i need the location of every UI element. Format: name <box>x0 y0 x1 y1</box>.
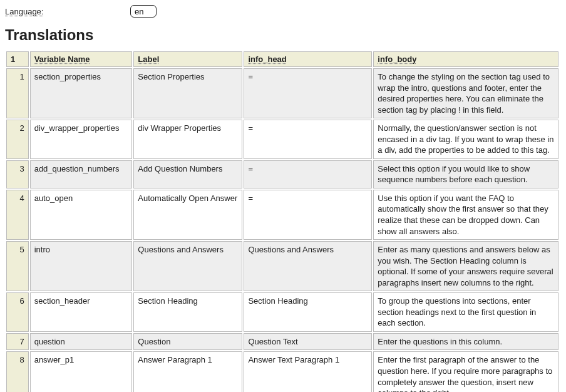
language-input[interactable] <box>130 5 157 18</box>
table-row: 4 auto_open Automatically Open Answer = … <box>6 190 558 240</box>
row-number[interactable]: 8 <box>6 351 29 392</box>
cell-info-body[interactable]: Use this option if you want the FAQ to a… <box>373 190 558 240</box>
cell-label[interactable]: Question <box>133 333 242 351</box>
cell-variable-name[interactable]: question <box>30 333 133 351</box>
row-number[interactable]: 3 <box>6 160 29 188</box>
cell-variable-name[interactable]: answer_p1 <box>30 351 133 392</box>
cell-label[interactable]: Automatically Open Answer <box>133 190 242 240</box>
cell-label[interactable]: Add Question Numbers <box>133 160 242 188</box>
col-header-info-head[interactable]: info_head <box>244 51 372 67</box>
cell-info-body[interactable]: Enter the questions in this column. <box>373 333 558 351</box>
cell-variable-name[interactable]: section_properties <box>30 68 133 118</box>
row-number[interactable]: 6 <box>6 292 29 332</box>
row-number[interactable]: 2 <box>6 120 29 159</box>
cell-info-head[interactable]: Question Text <box>244 333 372 351</box>
col-header-label[interactable]: Label <box>133 51 242 67</box>
page-title: Translations <box>5 26 561 44</box>
cell-info-body[interactable]: Select this option if you would like to … <box>373 160 558 188</box>
table-row: 7 question Question Question Text Enter … <box>6 333 558 351</box>
row-number[interactable]: 4 <box>6 190 29 240</box>
row-number[interactable]: 7 <box>6 333 29 351</box>
cell-variable-name[interactable]: auto_open <box>30 190 133 240</box>
table-row: 2 div_wrapper_properties div Wrapper Pro… <box>6 120 558 159</box>
cell-info-head[interactable]: Answer Text Paragraph 1 <box>244 351 372 392</box>
table-header-row: 1 Variable Name Label info_head info_bod… <box>6 51 558 67</box>
row-number[interactable]: 1 <box>6 68 29 118</box>
cell-info-head[interactable]: = <box>244 160 372 188</box>
cell-info-head[interactable]: Questions and Answers <box>244 241 372 291</box>
cell-variable-name[interactable]: section_header <box>30 292 133 332</box>
translations-table: 1 Variable Name Label info_head info_bod… <box>5 50 560 392</box>
table-row: 8 answer_p1 Answer Paragraph 1 Answer Te… <box>6 351 558 392</box>
table-row: 1 section_properties Section Properties … <box>6 68 558 118</box>
cell-info-body[interactable]: To change the styling on the section tag… <box>373 68 558 118</box>
table-row: 5 intro Questions and Answers Questions … <box>6 241 558 291</box>
cell-label[interactable]: Questions and Answers <box>133 241 242 291</box>
cell-label[interactable]: div Wrapper Properties <box>133 120 242 159</box>
cell-info-head[interactable]: Section Heading <box>244 292 372 332</box>
cell-variable-name[interactable]: div_wrapper_properties <box>30 120 133 159</box>
cell-info-body[interactable]: To group the questions into sections, en… <box>373 292 558 332</box>
cell-label[interactable]: Section Properties <box>133 68 242 118</box>
cell-info-head[interactable]: = <box>244 68 372 118</box>
cell-label[interactable]: Section Heading <box>133 292 242 332</box>
cell-variable-name[interactable]: add_question_numbers <box>30 160 133 188</box>
table-row: 6 section_header Section Heading Section… <box>6 292 558 332</box>
cell-info-body[interactable]: Normally, the question/answer section is… <box>373 120 558 159</box>
cell-info-body[interactable]: Enter the first paragraph of the answer … <box>373 351 558 392</box>
language-label: Language: <box>5 7 130 16</box>
row-number[interactable]: 5 <box>6 241 29 291</box>
cell-info-body[interactable]: Enter as many questions and answers belo… <box>373 241 558 291</box>
table-row: 3 add_question_numbers Add Question Numb… <box>6 160 558 188</box>
cell-variable-name[interactable]: intro <box>30 241 133 291</box>
cell-label[interactable]: Answer Paragraph 1 <box>133 351 242 392</box>
cell-info-head[interactable]: = <box>244 190 372 240</box>
language-row: Language: <box>5 5 561 18</box>
col-header-info-body[interactable]: info_body <box>373 51 558 67</box>
table-corner-cell[interactable]: 1 <box>6 51 29 67</box>
cell-info-head[interactable]: = <box>244 120 372 159</box>
col-header-variable-name[interactable]: Variable Name <box>30 51 133 67</box>
